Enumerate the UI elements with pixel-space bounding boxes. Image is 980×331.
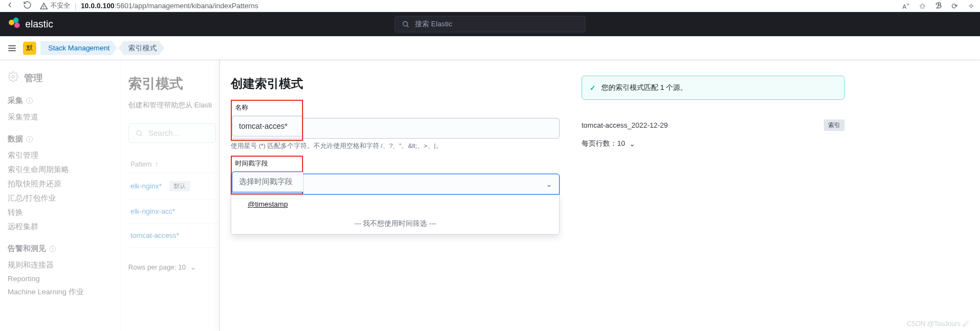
global-search-placeholder: 搜索 Elastic	[415, 19, 452, 29]
create-index-pattern-flyout: 创建索引模式 名称 使用星号 (*) 匹配多个字符。不允许使用空格和字符 /、?…	[219, 60, 980, 331]
sidebar-item-remote-clusters[interactable]: 远程集群	[8, 220, 112, 234]
breadcrumb-stack-management[interactable]: Stack Management	[41, 41, 117, 55]
sidebar-item-index-mgmt[interactable]: 索引管理	[8, 149, 112, 163]
annotation-redbox-timestamp: 时间戳字段 选择时间戳字段	[231, 156, 303, 195]
sort-asc-icon: ↑	[155, 161, 158, 168]
browser-address-bar: 不安全 | 10.0.0.100:5601/app/management/kib…	[0, 0, 980, 12]
name-help-text: 使用星号 (*) 匹配多个字符。不允许使用空格和字符 /、?、"、&lt;、>、…	[231, 142, 560, 150]
sidebar-heading: 管理	[8, 71, 112, 85]
refresh-icon[interactable]	[23, 1, 32, 11]
index-patterns-list: 索引模式 创建和管理帮助您从 Elasti Search... Pattern …	[121, 60, 219, 331]
space-badge[interactable]: 默	[23, 42, 36, 55]
sidebar-section-alerts: 告警和洞见i	[8, 244, 112, 254]
match-row: tomcat-access_2022-12-29 索引	[582, 116, 845, 139]
pattern-column-header[interactable]: Pattern ↑	[128, 156, 219, 173]
url-text[interactable]: 10.0.0.100:5601/app/management/kibana/in…	[81, 2, 258, 10]
sidebar-item-rollup[interactable]: 汇总/打包作业	[8, 191, 112, 206]
sidebar-item-snapshot[interactable]: 拍取快照并还原	[8, 177, 112, 191]
search-icon	[135, 129, 143, 137]
callout-text: 您的索引模式匹配 1 个源。	[601, 83, 687, 93]
pattern-row[interactable]: elk-nginx-acc*	[128, 199, 219, 224]
pattern-row[interactable]: elk-nginx*默认	[128, 173, 219, 199]
global-search-input[interactable]: 搜索 Elastic	[395, 16, 585, 32]
chevron-down-icon: ⌄	[629, 140, 635, 148]
sidebar-item-ml-jobs[interactable]: Machine Learning 作业	[8, 285, 112, 299]
management-sidebar: 管理 采集i 采集管道 数据i 索引管理 索引生命周期策略 拍取快照并还原 汇总…	[0, 60, 121, 331]
match-callout: ✓ 您的索引模式匹配 1 个源。	[582, 76, 845, 100]
text-size-icon[interactable]: A»	[903, 2, 909, 10]
breadcrumb-index-patterns[interactable]: 索引模式	[118, 41, 164, 55]
sidebar-item-ilm[interactable]: 索引生命周期策略	[8, 163, 112, 177]
flyout-title: 创建索引模式	[231, 76, 560, 92]
sidebar-item-reporting[interactable]: Reporting	[8, 272, 112, 285]
sidebar-section-ingest: 采集i	[8, 96, 112, 106]
extension-icon[interactable]: ⟳	[951, 2, 958, 10]
svg-point-0	[403, 21, 407, 26]
name-input[interactable]	[232, 116, 302, 136]
sidebar-item-ingest-pipelines[interactable]: 采集管道	[8, 110, 112, 124]
insecure-icon: 不安全	[39, 1, 70, 10]
sidebar-item-transform[interactable]: 转换	[8, 206, 112, 220]
annotation-redbox-name: 名称	[231, 100, 303, 141]
svg-point-2	[136, 130, 141, 135]
page-description: 创建和管理帮助您从 Elasti	[128, 100, 219, 110]
elastic-logo-icon	[9, 18, 21, 30]
reader-icon[interactable]: ℬ	[936, 1, 942, 10]
insecure-label: 不安全	[50, 1, 70, 10]
sidebar-section-data: 数据i	[8, 134, 112, 144]
page-title: 索引模式	[128, 75, 219, 93]
sidebar-item-rules-connectors[interactable]: 规则和连接器	[8, 258, 112, 272]
breadcrumbs-bar: 默 Stack Management 索引模式	[0, 36, 980, 60]
default-badge: 默认	[169, 181, 190, 191]
index-badge: 索引	[824, 119, 845, 131]
timestamp-option-none[interactable]: --- 我不想使用时间筛选 ---	[231, 214, 559, 234]
timestamp-option-timestamp[interactable]: @timestamp	[231, 195, 559, 214]
name-field-label: 名称	[232, 101, 302, 112]
svg-point-1	[12, 76, 15, 78]
check-icon: ✓	[590, 84, 596, 92]
rows-per-page-select[interactable]: Rows per page: 10⌄	[128, 263, 219, 271]
elastic-brand-text: elastic	[25, 19, 53, 30]
match-index-name: tomcat-access_2022-12-29	[582, 121, 668, 129]
watermark: CSDN @TouJours 🖊	[907, 320, 969, 328]
back-icon[interactable]	[5, 1, 14, 11]
timestamp-field-label: 时间戳字段	[232, 157, 302, 168]
timestamp-select-left[interactable]: 选择时间戳字段	[232, 172, 303, 192]
favorite-icon[interactable]: ✩	[919, 2, 926, 10]
more-icon[interactable]: ✧	[968, 2, 975, 10]
elastic-header: elastic 搜索 Elastic	[0, 12, 980, 36]
gear-icon	[8, 71, 19, 85]
hamburger-icon[interactable]	[5, 42, 19, 55]
elastic-logo[interactable]: elastic	[9, 18, 53, 30]
timestamp-dropdown: @timestamp --- 我不想使用时间筛选 ---	[231, 195, 560, 235]
pattern-row[interactable]: tomcat-access*	[128, 224, 219, 248]
chevron-down-icon: ⌄	[190, 263, 196, 271]
search-icon	[402, 20, 409, 28]
chevron-down-icon: ⌄	[546, 180, 552, 189]
flyout-per-page-select[interactable]: 每页行数：10⌄	[582, 139, 845, 149]
pattern-search-input[interactable]: Search...	[128, 123, 216, 143]
